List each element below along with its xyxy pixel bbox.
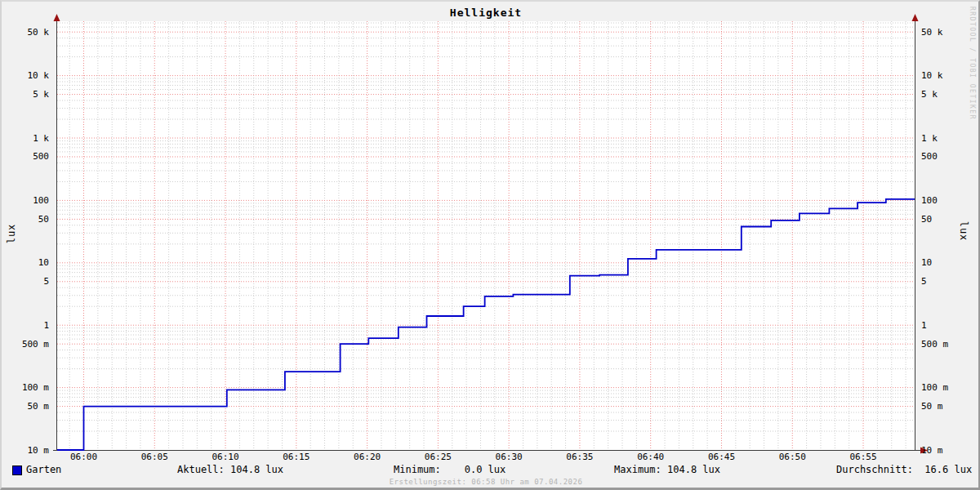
y-tick-label-left: 1 [2, 320, 49, 331]
stat-aktuell: Aktuell: 104.8 lux [177, 464, 283, 475]
x-tick-label: 06:45 [703, 452, 739, 462]
y-tick-label-right: 10 k [921, 70, 978, 81]
y-tick-label-left: 50 [2, 214, 49, 225]
legend-label-garten: Garten [26, 464, 61, 475]
x-tick-label: 06:25 [420, 452, 456, 462]
y-tick-label-right: 5 [921, 276, 978, 287]
y-tick-label-left: 10 k [2, 70, 49, 81]
y-tick-label-left: 5 [2, 276, 49, 287]
y-tick-label-left: 100 [2, 195, 49, 206]
y-tick-label-right: 500 [921, 151, 978, 162]
y-tick-label-right: 50 k [921, 27, 978, 38]
x-tick-label: 06:40 [633, 452, 669, 462]
legend-color-swatch-garten [12, 466, 22, 475]
stat-durchschnitt: Durchschnitt: 16.6 lux [836, 464, 972, 475]
y-tick-label-left: 500 [2, 151, 49, 162]
y-tick-label-right: 500 m [921, 339, 978, 350]
x-tick-label: 06:50 [774, 452, 810, 462]
y-tick-label-left: 100 m [2, 382, 49, 393]
plot-canvas [2, 2, 978, 489]
x-tick-label: 06:00 [66, 452, 102, 462]
y-tick-label-left: 50 k [2, 27, 49, 38]
y-tick-label-right: 1 [921, 320, 978, 331]
stat-minimum: Minimum: 0.0 lux [394, 464, 506, 475]
x-tick-label: 06:55 [845, 452, 881, 462]
creation-timestamp: Erstellungszeit: 06:58 Uhr am 07.04.2026 [2, 478, 970, 486]
chart-title: Helligkeit [2, 7, 970, 19]
x-tick-label: 06:20 [350, 452, 385, 462]
x-tick-label: 06:30 [491, 452, 527, 462]
y-tick-label-left: 500 m [2, 339, 49, 350]
y-tick-label-left: 10 m [2, 445, 49, 456]
y-tick-label-left: 5 k [2, 89, 49, 100]
x-tick-label: 06:05 [136, 452, 172, 462]
y-tick-label-left: 1 k [2, 133, 49, 144]
y-tick-label-right: 10 m [921, 445, 978, 456]
y-tick-label-left: 10 [2, 257, 49, 268]
y-tick-label-right: 10 [921, 257, 978, 268]
y-tick-label-left: 50 m [2, 401, 49, 412]
rrdtool-graph: Helligkeit lux lux RRDTOOL / TOBI OETIKE… [0, 0, 980, 490]
y-tick-label-right: 50 m [921, 401, 978, 412]
y-tick-label-right: 50 [921, 214, 978, 225]
x-tick-label: 06:15 [278, 452, 314, 462]
y-tick-label-right: 100 [921, 195, 978, 206]
x-tick-label: 06:10 [207, 452, 243, 462]
stat-maximum: Maximum: 104.8 lux [614, 464, 720, 475]
y-tick-label-right: 1 k [921, 133, 978, 144]
x-tick-label: 06:35 [562, 452, 598, 462]
y-tick-label-right: 100 m [921, 382, 978, 393]
rrdtool-watermark: RRDTOOL / TOBI OETIKER [969, 7, 976, 120]
y-tick-label-right: 5 k [921, 89, 978, 100]
